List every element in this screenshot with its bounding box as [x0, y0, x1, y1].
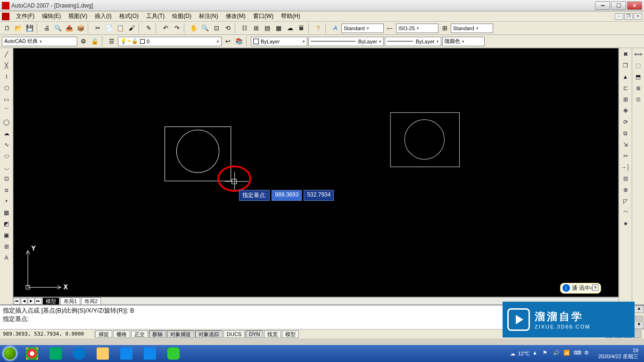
task-app2[interactable] [139, 346, 161, 361]
menu-format[interactable]: 格式(O) [116, 11, 142, 21]
toggle-lwt[interactable]: 线宽 [264, 330, 281, 338]
arc-icon[interactable]: ⌒ [1, 106, 12, 116]
open-file-icon[interactable]: 📂 [13, 23, 24, 33]
chevron-down-icon[interactable]: ▾ [367, 26, 369, 31]
spline-icon[interactable]: ∿ [1, 140, 12, 150]
menu-modify[interactable]: 修改(M) [222, 11, 249, 21]
layer-combo[interactable]: 💡 ☀ 🔓 0 ▾ [118, 37, 222, 46]
windows-taskbar[interactable]: ☁ 12℃ ▲ ⚑ 🔊 📶 ⌨ ⚙ 19 2020/4/22 星期三 [0, 345, 644, 362]
toggle-snap[interactable]: 捕捉 [95, 330, 112, 338]
dyn-y-value[interactable]: 532.7934 [304, 190, 334, 201]
hatch-icon[interactable]: ▦ [1, 207, 12, 218]
tab-model[interactable]: 模型 [42, 297, 59, 304]
tray-weather-icon[interactable]: ☁ [510, 351, 515, 357]
table-style-icon[interactable]: ⊞ [439, 23, 450, 33]
toggle-grid[interactable]: 栅格 [113, 330, 130, 338]
toggle-ortho[interactable]: 正交 [131, 330, 148, 338]
menu-insert[interactable]: 插入(I) [91, 11, 115, 21]
chevron-down-icon[interactable]: ▾ [417, 26, 419, 31]
mtext-icon[interactable]: A [1, 253, 12, 263]
undo-icon[interactable]: ↶ [160, 23, 171, 33]
array-icon[interactable]: ⊞ [620, 94, 631, 105]
tab-next-button[interactable]: ▶ [28, 298, 34, 304]
drawing-canvas[interactable]: Y X 指定基点: 989.3693 532.7934 i 通 讯中心 × [13, 48, 619, 297]
copy-icon[interactable]: 📄 [104, 23, 114, 33]
design-center-icon[interactable]: ⊞ [251, 23, 261, 33]
zoom-window-icon[interactable]: ⊡ [211, 23, 222, 33]
revision-cloud-icon[interactable]: ☁ [1, 128, 12, 139]
toggle-ducs[interactable]: DUCS [223, 330, 245, 338]
join-icon[interactable]: ⊕ [620, 185, 631, 195]
toolbar-lock-icon[interactable]: 🔒 [90, 36, 100, 47]
markup-icon[interactable]: ☁ [285, 23, 295, 33]
redo-icon[interactable]: ↷ [172, 23, 182, 33]
workspace-combo[interactable]: AutoCAD 经典▾ [2, 37, 77, 46]
menu-dimension[interactable]: 标注(N) [195, 11, 222, 21]
menu-file[interactable]: 文件(F) [12, 11, 38, 21]
dyn-x-value[interactable]: 989.3693 [272, 190, 302, 201]
tray-clock[interactable]: 19 2020/4/22 星期三 [594, 347, 642, 360]
chevron-down-icon[interactable]: ▾ [40, 39, 42, 44]
toggle-model[interactable]: 模型 [282, 330, 299, 338]
scale-icon[interactable]: ⧉ [620, 128, 631, 139]
chevron-down-icon[interactable]: ▾ [462, 39, 464, 44]
plot-icon[interactable]: 🖨 [41, 23, 52, 33]
save-icon[interactable]: 💾 [25, 23, 35, 33]
ellipse-icon[interactable]: ⬭ [1, 151, 12, 161]
help-icon[interactable]: ? [313, 23, 323, 33]
dim-style-combo[interactable]: ISO-25▾ [396, 24, 438, 33]
toggle-osnap[interactable]: 对象捕捉 [167, 330, 194, 338]
chevron-down-icon[interactable]: ▾ [476, 26, 479, 31]
tab-first-button[interactable]: ⏮ [14, 298, 20, 304]
copy-obj-icon[interactable]: ❐ [620, 60, 631, 71]
dim-style-icon[interactable]: ⟝ [385, 23, 395, 33]
id-point-icon[interactable]: ⊙ [633, 94, 644, 105]
chevron-down-icon[interactable]: ▾ [217, 39, 219, 44]
scroll-thumb[interactable] [635, 316, 643, 321]
scroll-down-icon[interactable]: ▼ [634, 321, 644, 329]
plot-preview-icon[interactable]: 🔍 [53, 23, 63, 33]
task-autocad[interactable] [44, 346, 67, 361]
point-icon[interactable]: • [1, 196, 12, 206]
rotate-icon[interactable]: ⟳ [620, 117, 631, 127]
text-style-icon[interactable]: A [330, 23, 340, 33]
lineweight-combo[interactable]: ByLayer ▾ [385, 37, 441, 46]
rectangle-icon[interactable]: ▭ [1, 94, 12, 105]
task-wechat[interactable] [162, 346, 185, 361]
toggle-otrack[interactable]: 对象追踪 [195, 330, 223, 338]
zoom-previous-icon[interactable]: ⟲ [223, 23, 233, 33]
tray-icon-6[interactable]: ⚙ [584, 350, 592, 357]
tray-icon-5[interactable]: ⌨ [574, 350, 581, 357]
gradient-icon[interactable]: ◩ [1, 219, 12, 229]
plotstyle-combo[interactable]: 随颜色▾ [442, 37, 485, 46]
cmd-scrollbar[interactable]: ▲ ▼ [634, 305, 644, 329]
zoom-realtime-icon[interactable]: 🔍 [200, 23, 210, 33]
linetype-combo[interactable]: ByLayer ▾ [308, 37, 384, 46]
menu-help[interactable]: 帮助(H) [277, 11, 304, 21]
minimize-button[interactable]: ━ [595, 1, 610, 10]
block-editor-icon[interactable]: ✎ [143, 23, 154, 33]
paste-icon[interactable]: 📋 [115, 23, 125, 33]
area-icon[interactable]: ⬚ [633, 60, 644, 71]
tool-palettes-icon[interactable]: ▤ [262, 23, 272, 33]
menu-draw[interactable]: 绘图(D) [168, 11, 195, 21]
close-bubble-button[interactable]: × [592, 284, 599, 291]
menu-edit[interactable]: 编辑(E) [38, 11, 65, 21]
explode-icon[interactable]: ✷ [620, 219, 631, 229]
doc-restore-button[interactable]: ❐ [624, 13, 633, 20]
region-mass-icon[interactable]: ⬒ [633, 72, 644, 82]
trim-icon[interactable]: ✂ [620, 151, 631, 161]
stretch-icon[interactable]: ⇲ [620, 140, 631, 150]
offset-icon[interactable]: ⊏ [620, 83, 631, 93]
sheet-set-icon[interactable]: ▦ [273, 23, 284, 33]
scroll-up-icon[interactable]: ▲ [634, 305, 644, 313]
start-button[interactable] [0, 345, 20, 362]
tab-last-button[interactable]: ⏭ [35, 298, 41, 304]
region-icon[interactable]: ▣ [1, 230, 12, 240]
layer-states-icon[interactable]: 📚 [234, 36, 244, 47]
properties-icon[interactable]: ☷ [239, 23, 250, 33]
3ddwf-icon[interactable]: 📦 [75, 23, 86, 33]
make-block-icon[interactable]: ⧈ [1, 185, 12, 195]
break-icon[interactable]: ⊟ [620, 173, 631, 184]
xline-icon[interactable]: ╳ [1, 60, 12, 71]
